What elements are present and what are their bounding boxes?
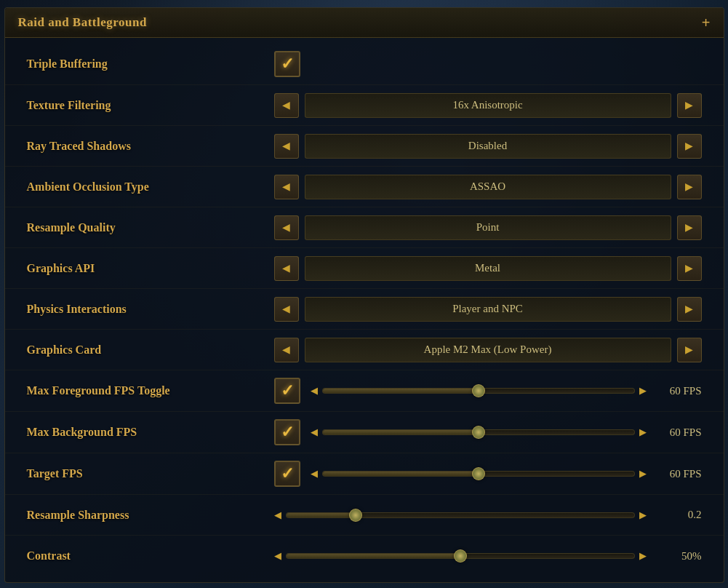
- slider-value-contrast: 50%: [651, 550, 702, 563]
- slider-left-max-background-fps[interactable]: ◀: [311, 426, 318, 438]
- label-resample-quality: Resample Quality: [27, 221, 274, 234]
- slider-thumb-max-foreground-fps[interactable]: [472, 384, 485, 397]
- slider-left-target-fps[interactable]: ◀: [311, 468, 318, 480]
- slider-value-max-background-fps: 60 FPS: [651, 426, 702, 439]
- settings-panel: Raid and Battleground + Triple Buffering…: [4, 7, 724, 583]
- value-physics-interactions: Player and NPC: [305, 297, 671, 322]
- setting-row-ambient-occlusion: Ambient Occlusion TypeASSAO: [5, 167, 724, 207]
- control-target-fps: ◀▶60 FPS: [274, 461, 702, 487]
- label-ray-traced-shadows: Ray Traced Shadows: [27, 140, 274, 153]
- slider-right-max-foreground-fps[interactable]: ▶: [639, 385, 647, 397]
- label-contrast: Contrast: [27, 549, 274, 563]
- left-arrow-graphics-api[interactable]: [274, 256, 299, 281]
- slider-track-target-fps[interactable]: [322, 471, 635, 477]
- right-arrow-graphics-api[interactable]: [677, 256, 702, 281]
- value-graphics-card: Apple M2 Max (Low Power): [305, 338, 671, 362]
- slider-left-resample-sharpness[interactable]: ◀: [274, 509, 281, 521]
- slider-container-target-fps: ◀▶60 FPS: [311, 468, 702, 480]
- left-arrow-resample-quality[interactable]: [274, 215, 299, 240]
- label-max-foreground-fps: Max Foreground FPS Toggle: [27, 384, 274, 397]
- right-arrow-ambient-occlusion[interactable]: [677, 175, 702, 199]
- setting-row-target-fps: Target FPS◀▶60 FPS: [5, 453, 724, 495]
- control-texture-filtering: 16x Anisotropic: [274, 93, 702, 118]
- value-ambient-occlusion: ASSAO: [305, 175, 671, 199]
- value-texture-filtering: 16x Anisotropic: [305, 93, 671, 118]
- checkbox-triple-buffering[interactable]: [274, 51, 300, 77]
- panel-add-button[interactable]: +: [702, 15, 711, 30]
- control-triple-buffering: [274, 51, 702, 77]
- left-arrow-ambient-occlusion[interactable]: [274, 175, 299, 199]
- setting-row-physics-interactions: Physics InteractionsPlayer and NPC: [5, 289, 724, 330]
- slider-value-max-foreground-fps: 60 FPS: [651, 385, 702, 397]
- right-arrow-texture-filtering[interactable]: [677, 93, 702, 118]
- slider-left-max-foreground-fps[interactable]: ◀: [311, 385, 318, 397]
- left-arrow-physics-interactions[interactable]: [274, 297, 299, 322]
- setting-row-ray-traced-shadows: Ray Traced ShadowsDisabled: [5, 126, 724, 167]
- right-arrow-ray-traced-shadows[interactable]: [677, 134, 702, 159]
- slider-container-contrast: ◀▶50%: [274, 550, 702, 563]
- slider-track-max-background-fps[interactable]: [322, 429, 635, 435]
- panel-title: Raid and Battleground: [18, 15, 147, 30]
- slider-track-resample-sharpness[interactable]: [286, 512, 635, 518]
- label-max-background-fps: Max Background FPS: [27, 426, 274, 439]
- setting-row-triple-buffering: Triple Buffering: [5, 44, 724, 85]
- left-arrow-graphics-card[interactable]: [274, 338, 299, 362]
- control-graphics-api: Metal: [274, 256, 702, 281]
- setting-row-max-background-fps: Max Background FPS◀▶60 FPS: [5, 412, 724, 453]
- label-ambient-occlusion: Ambient Occlusion Type: [27, 180, 274, 194]
- checkbox-max-foreground-fps[interactable]: [274, 378, 300, 404]
- slider-thumb-max-background-fps[interactable]: [472, 426, 485, 439]
- slider-container-resample-sharpness: ◀▶0.2: [274, 509, 702, 521]
- slider-right-target-fps[interactable]: ▶: [639, 468, 647, 480]
- left-arrow-ray-traced-shadows[interactable]: [274, 134, 299, 159]
- label-graphics-card: Graphics Card: [27, 343, 274, 357]
- setting-row-contrast: Contrast◀▶50%: [5, 536, 724, 576]
- settings-body: Triple BufferingTexture Filtering16x Ani…: [5, 38, 724, 582]
- slider-left-contrast[interactable]: ◀: [274, 550, 281, 562]
- value-ray-traced-shadows: Disabled: [305, 134, 671, 159]
- label-resample-sharpness: Resample Sharpness: [27, 509, 274, 522]
- left-arrow-texture-filtering[interactable]: [274, 93, 299, 118]
- setting-row-resample-sharpness: Resample Sharpness◀▶0.2: [5, 495, 724, 536]
- label-triple-buffering: Triple Buffering: [27, 57, 274, 71]
- value-graphics-api: Metal: [305, 256, 671, 281]
- label-graphics-api: Graphics API: [27, 262, 274, 275]
- label-physics-interactions: Physics Interactions: [27, 303, 274, 316]
- slider-container-max-foreground-fps: ◀▶60 FPS: [311, 385, 702, 397]
- control-max-foreground-fps: ◀▶60 FPS: [274, 378, 702, 404]
- control-physics-interactions: Player and NPC: [274, 297, 702, 322]
- control-resample-sharpness: ◀▶0.2: [274, 509, 702, 521]
- slider-track-max-foreground-fps[interactable]: [322, 388, 635, 394]
- setting-row-resample-quality: Resample QualityPoint: [5, 207, 724, 248]
- slider-value-target-fps: 60 FPS: [651, 468, 702, 480]
- panel-header: Raid and Battleground +: [5, 8, 724, 38]
- label-texture-filtering: Texture Filtering: [27, 99, 274, 112]
- slider-value-resample-sharpness: 0.2: [651, 509, 702, 521]
- setting-row-graphics-card: Graphics CardApple M2 Max (Low Power): [5, 330, 724, 370]
- slider-thumb-resample-sharpness[interactable]: [349, 509, 362, 522]
- setting-row-texture-filtering: Texture Filtering16x Anisotropic: [5, 85, 724, 126]
- right-arrow-graphics-card[interactable]: [677, 338, 702, 362]
- control-ray-traced-shadows: Disabled: [274, 134, 702, 159]
- slider-thumb-contrast[interactable]: [454, 549, 467, 563]
- slider-track-contrast[interactable]: [286, 553, 635, 559]
- checkbox-target-fps[interactable]: [274, 461, 300, 487]
- control-contrast: ◀▶50%: [274, 550, 702, 563]
- label-target-fps: Target FPS: [27, 467, 274, 480]
- slider-right-max-background-fps[interactable]: ▶: [639, 426, 647, 438]
- slider-container-max-background-fps: ◀▶60 FPS: [311, 426, 702, 439]
- checkbox-max-background-fps[interactable]: [274, 419, 300, 445]
- control-ambient-occlusion: ASSAO: [274, 175, 702, 199]
- control-resample-quality: Point: [274, 215, 702, 240]
- control-graphics-card: Apple M2 Max (Low Power): [274, 338, 702, 362]
- right-arrow-physics-interactions[interactable]: [677, 297, 702, 322]
- slider-right-resample-sharpness[interactable]: ▶: [639, 509, 647, 521]
- setting-row-graphics-api: Graphics APIMetal: [5, 248, 724, 289]
- slider-thumb-target-fps[interactable]: [472, 467, 485, 480]
- value-resample-quality: Point: [305, 215, 671, 240]
- right-arrow-resample-quality[interactable]: [677, 215, 702, 240]
- setting-row-max-foreground-fps: Max Foreground FPS Toggle◀▶60 FPS: [5, 370, 724, 412]
- slider-right-contrast[interactable]: ▶: [639, 550, 647, 562]
- control-max-background-fps: ◀▶60 FPS: [274, 419, 702, 445]
